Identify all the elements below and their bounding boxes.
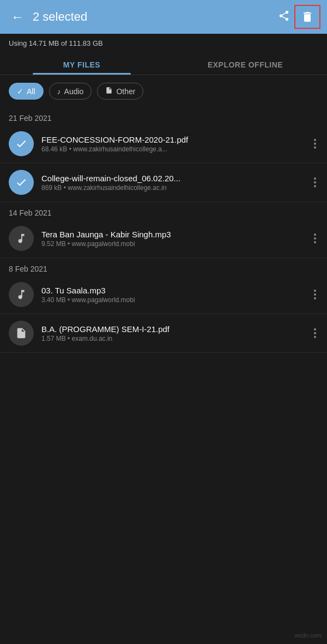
delete-button-container — [294, 5, 320, 29]
tab-bar: MY FILES EXPLORE OFFLINE — [0, 53, 327, 75]
filter-row: ✓ All ♪ Audio Other — [0, 75, 327, 107]
more-button-5[interactable] — [312, 325, 318, 341]
file-info-4: 03. Tu Saala.mp3 3.40 MB • www.pagalworl… — [41, 286, 312, 304]
file-icon-1 — [9, 131, 34, 156]
date-group-1: 21 Feb 2021 — [0, 107, 327, 125]
document-icon — [105, 87, 113, 96]
file-info-1: FEE-CONCESSION-FORM-2020-21.pdf 68.46 kB… — [41, 135, 312, 153]
file-icon-3 — [9, 226, 34, 251]
watermark: wsdn.com — [294, 632, 322, 639]
file-item-2[interactable]: College-will-remain-closed_06.02.20... 8… — [0, 163, 327, 202]
tab-explore-offline[interactable]: EXPLORE OFFLINE — [164, 53, 327, 75]
page-title: 2 selected — [33, 10, 274, 24]
checkmark-circle-icon — [15, 138, 27, 150]
filter-all[interactable]: ✓ All — [9, 83, 44, 100]
pdf-icon — [15, 327, 27, 339]
file-info-2: College-will-remain-closed_06.02.20... 8… — [41, 174, 312, 192]
audio-icon: ♪ — [57, 87, 61, 96]
checkmark-circle-icon-2 — [15, 176, 27, 188]
delete-button[interactable] — [298, 8, 317, 26]
file-icon-4 — [9, 282, 34, 307]
file-icon-2 — [9, 170, 34, 195]
top-bar: ← 2 selected — [0, 0, 327, 34]
file-meta-4: 3.40 MB • www.pagalworld.mobi — [41, 296, 312, 304]
file-item-4[interactable]: 03. Tu Saala.mp3 3.40 MB • www.pagalworl… — [0, 275, 327, 314]
filter-audio-label: Audio — [64, 87, 84, 96]
share-icon — [278, 10, 290, 22]
file-item-5[interactable]: B.A. (PROGRAMME) SEM-I-21.pdf 1.57 MB • … — [0, 314, 327, 353]
file-name-2: College-will-remain-closed_06.02.20... — [41, 174, 312, 183]
file-name-3: Tera Ban Jaunga - Kabir Singh.mp3 — [41, 230, 312, 239]
trash-icon — [301, 10, 314, 23]
share-button[interactable] — [274, 5, 294, 29]
storage-info: Using 14.71 MB of 111.83 GB — [0, 34, 327, 53]
back-button[interactable]: ← — [7, 5, 28, 29]
more-button-2[interactable] — [312, 174, 318, 191]
file-name-4: 03. Tu Saala.mp3 — [41, 286, 312, 295]
date-group-2: 14 Feb 2021 — [0, 202, 327, 219]
file-item-3[interactable]: Tera Ban Jaunga - Kabir Singh.mp3 9.52 M… — [0, 219, 327, 258]
file-item-1[interactable]: FEE-CONCESSION-FORM-2020-21.pdf 68.46 kB… — [0, 125, 327, 163]
file-icon-5 — [9, 321, 34, 346]
file-list: 21 Feb 2021 FEE-CONCESSION-FORM-2020-21.… — [0, 107, 327, 353]
file-meta-2: 869 kB • www.zakirhusaindelhicollege.ac.… — [41, 184, 312, 192]
checkmark-icon: ✓ — [17, 87, 23, 96]
file-info-5: B.A. (PROGRAMME) SEM-I-21.pdf 1.57 MB • … — [41, 324, 312, 342]
file-name-1: FEE-CONCESSION-FORM-2020-21.pdf — [41, 135, 312, 144]
more-button-3[interactable] — [312, 230, 318, 247]
tab-my-files[interactable]: MY FILES — [0, 53, 164, 75]
file-name-5: B.A. (PROGRAMME) SEM-I-21.pdf — [41, 324, 312, 334]
filter-other-label: Other — [116, 87, 135, 96]
filter-other[interactable]: Other — [97, 83, 143, 100]
more-button-4[interactable] — [312, 286, 318, 303]
date-group-3: 8 Feb 2021 — [0, 258, 327, 275]
music-icon-2 — [15, 289, 27, 300]
filter-audio[interactable]: ♪ Audio — [49, 83, 92, 100]
storage-text: Using 14.71 MB of 111.83 GB — [9, 39, 103, 47]
file-info-3: Tera Ban Jaunga - Kabir Singh.mp3 9.52 M… — [41, 230, 312, 248]
file-meta-3: 9.52 MB • www.pagalworld.mobi — [41, 240, 312, 248]
file-meta-1: 68.46 kB • www.zakirhusaindelhicollege.a… — [41, 145, 312, 153]
filter-all-label: All — [27, 87, 35, 96]
file-meta-5: 1.57 MB • exam.du.ac.in — [41, 335, 312, 342]
music-icon — [15, 232, 27, 244]
more-button-1[interactable] — [312, 136, 318, 152]
